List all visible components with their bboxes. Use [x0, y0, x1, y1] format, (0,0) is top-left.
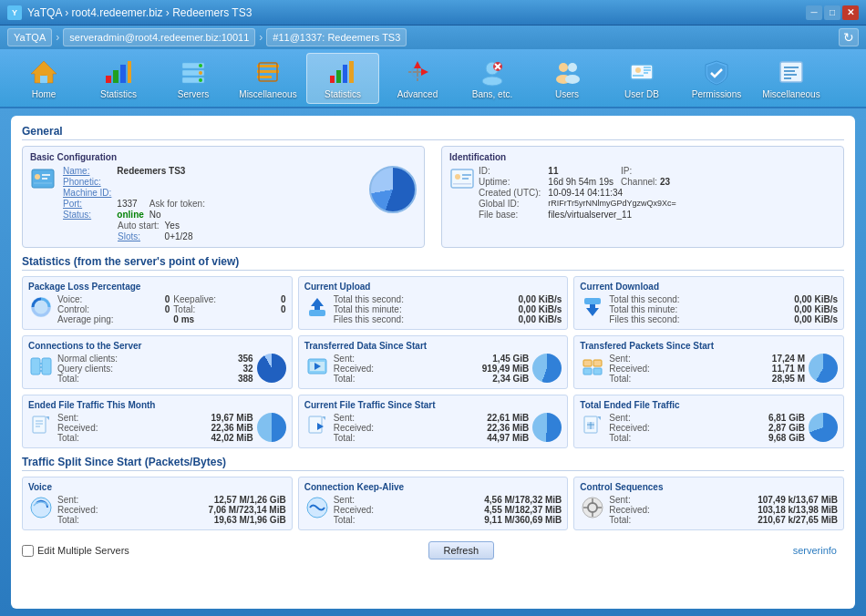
connections-pie [257, 354, 286, 383]
svg-rect-17 [336, 70, 341, 83]
machineid-label[interactable]: Machine ID: [63, 188, 111, 198]
toolbar-servers-button[interactable]: Servers [157, 53, 230, 104]
addr-sep1: › [56, 31, 59, 44]
stats-row3: Ended File Traffic This Month [22, 395, 844, 448]
status-label[interactable]: Status: [63, 210, 111, 220]
port-label[interactable]: Port: [63, 199, 111, 209]
addr-yatqa[interactable]: YaTQA [7, 28, 52, 46]
toolbar-users-button[interactable]: Users [531, 53, 603, 104]
transfer-recv: Received: 919,49 MiB [334, 364, 530, 374]
identification-title: Identification [449, 152, 836, 162]
toolbar-misc2-button[interactable]: Miscellaneous [755, 53, 828, 104]
transfer-total-val: 2,34 GiB [492, 374, 529, 384]
svg-rect-68 [583, 360, 592, 366]
servers-icon [179, 57, 208, 87]
toolbar-permissions-label: Permissions [692, 89, 741, 99]
traffic-row: Voice Sent: [22, 477, 844, 530]
refresh-button[interactable]: Refresh [428, 541, 495, 560]
file-month-icon [28, 413, 54, 438]
current-file-traffic-box: Current File Traffic Since Start [298, 395, 569, 448]
id-fields: ID: 11 IP: Uptime: 16d 9h 54m 19s Channe… [479, 166, 836, 220]
current-file-traffic-row: Sent: 22,61 MiB Received: 22,36 MiB Tota… [304, 413, 562, 443]
home-icon [29, 57, 58, 87]
window-title: YaTQA › root4.redeemer.biz › Redeemers T… [27, 6, 806, 19]
id-value: 11 [548, 166, 613, 176]
phonetic-label[interactable]: Phonetic: [63, 177, 111, 187]
toolbar-permissions-button[interactable]: Permissions [680, 53, 753, 104]
dl-sec: Total this second: 0,00 KiB/s [609, 294, 838, 304]
keepalive-label: Connection Keep-Alive [304, 482, 562, 492]
svg-rect-72 [33, 416, 46, 433]
identification-inner: ID: 11 IP: Uptime: 16d 9h 54m 19s Channe… [449, 166, 836, 220]
users-icon [552, 57, 582, 87]
id-label: ID: [479, 166, 541, 176]
upload-sec: Total this second: 0,00 KiB/s [334, 294, 562, 304]
maximize-button[interactable]: □ [824, 5, 840, 20]
voice-row: Sent: 12,57 M/1,26 GiB Received: 7,06 M/… [28, 495, 286, 525]
edit-multiple-label[interactable]: Edit Multiple Servers [22, 545, 129, 557]
control-box: Control Sequences [573, 477, 844, 530]
efm-sent-val: 19,67 MiB [211, 413, 253, 423]
toolbar-statistics2-button[interactable]: Statistics [306, 53, 379, 104]
askfortoken-value: No [149, 210, 362, 220]
transfer-sent: Sent: 1,45 GiB [334, 354, 530, 364]
minimize-button[interactable]: ─ [806, 5, 822, 20]
conn-normal: Normal clients: 356 [57, 354, 253, 364]
voice-box: Voice Sent: [22, 477, 293, 530]
efm-total-val: 42,02 MiB [211, 433, 253, 443]
id-icon [449, 166, 475, 220]
toolbar-bans-button[interactable]: Bans, etc. [456, 53, 529, 104]
autostart-label: Auto start: [118, 221, 160, 231]
conn-query-val: 32 [243, 364, 253, 374]
title-bar: Y YaTQA › root4.redeemer.biz › Redeemers… [0, 0, 866, 26]
package-loss-data: Voice: 0 Keepalive: 0 Control: 0 Total: … [57, 294, 286, 324]
filebase-value: files/virtualserver_11 [548, 210, 836, 220]
current-upload-box: Current Upload Total this second: [298, 276, 569, 330]
bans-icon [478, 57, 507, 87]
toolbar-userdb-button[interactable]: User DB [605, 53, 678, 104]
current-file-data: Sent: 22,61 MiB Received: 22,36 MiB Tota… [334, 413, 530, 443]
conn-total: Total: 388 [57, 374, 253, 384]
addr-refresh-button[interactable]: ↻ [839, 28, 859, 46]
general-section: General Basic Configuration [22, 125, 844, 248]
svg-rect-69 [593, 360, 602, 366]
transferred-packets-title: Transfered Packets Since Start [580, 341, 838, 351]
current-file-values: Sent: 22,61 MiB Received: 22,36 MiB Tota… [334, 413, 530, 443]
package-loss-box: Package Loss Percentage [22, 276, 293, 330]
svg-point-35 [635, 67, 641, 73]
svg-rect-52 [462, 174, 471, 176]
askfortoken-label: Ask for token: [149, 199, 362, 209]
close-button[interactable]: ✕ [842, 5, 859, 20]
slots-label[interactable]: Slots: [118, 231, 160, 241]
ip-label: IP: [621, 166, 836, 176]
basic-config-inner: Name: Redeemers TS3 Phonetic: Machine ID… [30, 166, 417, 241]
addr-right-controls: ↻ [839, 28, 859, 46]
toolbar-advanced-button[interactable]: Advanced [381, 53, 454, 104]
toolbar-home-button[interactable]: Home [7, 53, 80, 104]
ka-total-val: 9,11 M/360,69 MiB [484, 515, 562, 525]
uptime-label: Uptime: [479, 177, 541, 187]
svg-rect-53 [462, 178, 469, 180]
connections-row: Normal clients: 356 Query clients: 32 To… [28, 354, 286, 384]
total-ended-data: Sent: 6,81 GiB Received: 2,87 GiB Total:… [609, 413, 805, 443]
svg-marker-57 [311, 298, 324, 310]
toolbar-misc1-button[interactable]: Miscellaneous [232, 53, 304, 104]
voice-val: 0 [165, 294, 170, 304]
edit-multiple-checkbox[interactable] [22, 545, 34, 557]
toolbar-statistics-button[interactable]: Statistics [82, 53, 155, 104]
machineid-value [117, 188, 362, 198]
dl-min-val: 0,00 KiB/s [794, 304, 838, 314]
control-data: Sent: 107,49 k/13,67 MiB Received: 103,1… [609, 495, 838, 525]
addr-channel[interactable]: #11@1337: Redeemers TS3 [266, 28, 407, 46]
identification-box: Identification [441, 146, 844, 248]
svg-point-11 [199, 78, 202, 82]
svg-point-32 [568, 63, 577, 72]
edit-multiple-text: Edit Multiple Servers [37, 545, 129, 556]
addr-server[interactable]: serveradmin@root4.redeemer.biz:10011 [63, 28, 255, 46]
stats-row1: Package Loss Percentage [22, 276, 844, 330]
globalid-label: Global ID: [479, 199, 541, 209]
channel-value: 23 [660, 177, 670, 187]
name-label[interactable]: Name: [63, 166, 111, 176]
serverinfo-link[interactable]: serverinfo [793, 545, 837, 556]
svg-point-26 [482, 77, 502, 86]
